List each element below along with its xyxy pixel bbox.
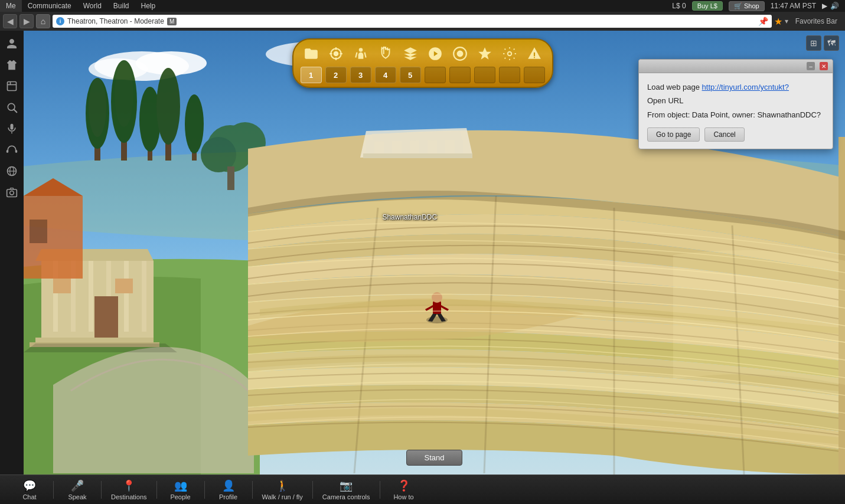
- menu-me[interactable]: Me: [0, 0, 22, 12]
- slot-5-button[interactable]: 5: [400, 67, 421, 83]
- play-icon[interactable]: ▶: [822, 2, 827, 10]
- tool-camera-view[interactable]: [325, 43, 347, 64]
- tool-build-block[interactable]: [400, 43, 421, 64]
- tool-media[interactable]: [425, 43, 446, 64]
- shop-button[interactable]: 🛒 Shop: [729, 1, 765, 11]
- slot-4-button[interactable]: 4: [375, 67, 396, 83]
- people-icon: 👥: [174, 479, 187, 492]
- camera-controls-label: Camera controls: [322, 493, 370, 500]
- tool-star-favorite[interactable]: [474, 43, 495, 64]
- top-menubar: Me Communicate World Build Help L$ 0 Buy…: [0, 0, 845, 12]
- sidebar-inventory-icon[interactable]: [2, 76, 22, 96]
- minimap-button[interactable]: ⊞: [806, 35, 821, 51]
- dialog-actions: Go to page Cancel: [647, 127, 824, 142]
- svg-rect-57: [419, 140, 428, 155]
- svg-point-53: [432, 292, 442, 303]
- sidebar-avatar-icon[interactable]: [2, 34, 22, 54]
- toolbar-slots-row: 1 2 3 4 5: [301, 67, 545, 83]
- walk-label: Walk / run / fly: [262, 493, 303, 500]
- slot-9-empty: [499, 67, 520, 83]
- audio-icon[interactable]: 🔊: [830, 2, 839, 10]
- menu-build[interactable]: Build: [107, 0, 135, 12]
- menu-help[interactable]: Help: [135, 0, 162, 12]
- dialog-minimize-button[interactable]: –: [807, 62, 815, 70]
- svg-point-32: [185, 94, 204, 153]
- sidebar-snapshot-icon[interactable]: [2, 182, 22, 202]
- svg-rect-58: [437, 140, 445, 155]
- svg-rect-7: [6, 150, 8, 153]
- tool-settings[interactable]: [499, 43, 520, 64]
- cancel-button[interactable]: Cancel: [704, 127, 744, 142]
- howto-button[interactable]: ❓ How to: [380, 477, 428, 503]
- sidebar-clothing-icon[interactable]: [2, 55, 22, 75]
- back-button[interactable]: ◀: [3, 14, 17, 28]
- toolbar-tools-row: [301, 43, 545, 64]
- svg-point-13: [10, 191, 14, 195]
- hud-toolbar: 1 2 3 4 5: [292, 38, 553, 88]
- stand-button[interactable]: Stand: [406, 450, 463, 466]
- svg-rect-42: [124, 261, 129, 332]
- tool-avatar-control[interactable]: [350, 43, 371, 64]
- svg-point-23: [89, 78, 106, 137]
- camera-controls-icon: 📷: [340, 479, 353, 492]
- svg-rect-47: [35, 338, 154, 342]
- howto-icon: ❓: [397, 479, 410, 492]
- chat-button[interactable]: 💬 Chat: [6, 477, 53, 503]
- menu-world[interactable]: World: [77, 0, 107, 12]
- load-web-page-line: Load web page http://tinyurl.com/ycntukt…: [647, 80, 824, 94]
- location-bar[interactable]: i Theatron, Theatron - Moderate M 📌: [53, 15, 772, 28]
- slot-2-button[interactable]: 2: [325, 67, 347, 83]
- destinations-icon: 📍: [122, 479, 135, 492]
- svg-line-68: [355, 53, 357, 58]
- svg-point-26: [115, 62, 133, 127]
- home-button[interactable]: ⌂: [36, 14, 50, 28]
- sidebar-search-icon[interactable]: [2, 97, 22, 117]
- svg-rect-60: [363, 153, 472, 158]
- map-pin-icon: 📌: [758, 17, 768, 26]
- svg-rect-36: [227, 166, 234, 190]
- tool-folder[interactable]: [301, 43, 322, 64]
- profile-button[interactable]: 👤 Profile: [205, 477, 252, 503]
- sidebar-headset-icon[interactable]: [2, 140, 22, 160]
- favorites-bar-label: Favorites Bar: [791, 17, 842, 25]
- speak-label: Speak: [68, 493, 86, 500]
- load-web-page-label: Load web page: [647, 83, 700, 91]
- tool-voice[interactable]: [449, 43, 471, 64]
- rating-badge: M: [167, 18, 177, 25]
- svg-point-67: [358, 48, 363, 52]
- slot-10-empty: [524, 67, 545, 83]
- sidebar-world-map-icon[interactable]: [2, 161, 22, 181]
- sidebar-mic-icon[interactable]: [2, 119, 22, 139]
- menu-communicate[interactable]: Communicate: [22, 0, 77, 12]
- buy-linden-button[interactable]: Buy L$: [692, 1, 723, 11]
- forward-button[interactable]: ▶: [19, 14, 34, 28]
- favorites-dropdown-icon[interactable]: ▾: [785, 17, 788, 25]
- slot-1-button[interactable]: 1: [301, 67, 322, 83]
- slot-6-empty: [425, 67, 446, 83]
- destinations-label: Destinations: [111, 493, 147, 500]
- camera-controls-button[interactable]: 📷 Camera controls: [313, 477, 380, 503]
- svg-rect-52: [433, 301, 441, 314]
- dialog-url-link[interactable]: http://tinyurl.com/ycntukt?: [702, 83, 789, 91]
- walk-button[interactable]: 🚶 Walk / run / fly: [253, 477, 312, 503]
- svg-rect-46: [115, 279, 133, 293]
- map-layers-button[interactable]: 🗺: [824, 35, 839, 51]
- svg-marker-74: [478, 47, 491, 60]
- speak-button[interactable]: 🎤 Speak: [54, 477, 101, 503]
- profile-label: Profile: [219, 493, 237, 500]
- destinations-button[interactable]: 📍 Destinations: [102, 477, 156, 503]
- svg-point-75: [507, 52, 511, 56]
- tool-script[interactable]: [524, 43, 545, 64]
- favorite-star-icon[interactable]: ★: [774, 16, 782, 27]
- goto-page-button[interactable]: Go to page: [647, 127, 700, 142]
- speak-icon: 🎤: [71, 479, 84, 492]
- howto-label: How to: [393, 493, 413, 500]
- dialog-close-button[interactable]: ✕: [820, 62, 828, 70]
- tool-gesture[interactable]: [375, 43, 396, 64]
- dialog-body: Load web page http://tinyurl.com/ycntukt…: [639, 73, 833, 149]
- slot-3-button[interactable]: 3: [350, 67, 371, 83]
- people-button[interactable]: 👥 People: [157, 477, 204, 503]
- svg-rect-54: [366, 140, 374, 155]
- chat-label: Chat: [22, 493, 36, 500]
- svg-point-62: [334, 52, 338, 56]
